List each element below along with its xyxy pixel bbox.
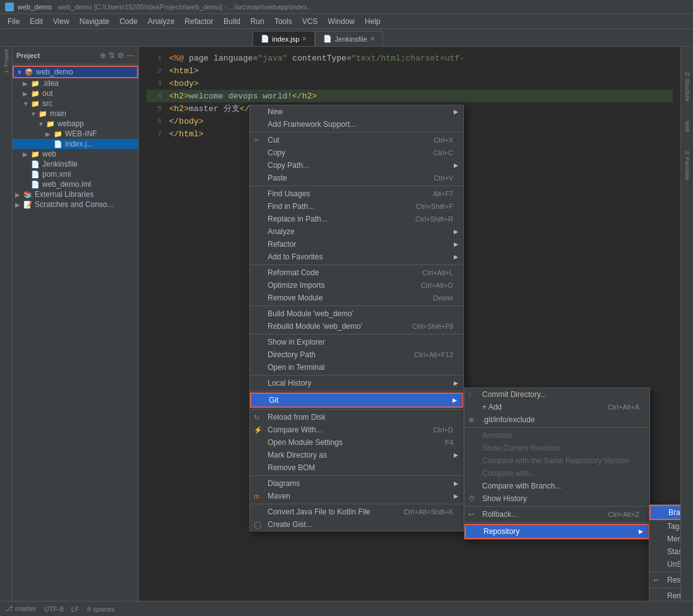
ctx-refactor[interactable]: Refactor (250, 238, 463, 251)
tree-item-web[interactable]: ▶ 📁 web (13, 149, 138, 159)
ctx-copy-path[interactable]: Copy Path... (250, 159, 463, 172)
web-strip-label[interactable]: Web (684, 121, 690, 132)
structure-strip-label[interactable]: Z: Structure (684, 72, 690, 102)
tree-item-webinf[interactable]: ▶ 📁 WEB-INF (13, 129, 138, 139)
ctx-cut[interactable]: ✂ CutCtrl+X (250, 134, 463, 146)
tree-item-src[interactable]: ▼ 📁 src (13, 98, 138, 109)
ctx-build-module[interactable]: Build Module 'web_demo' (250, 307, 463, 320)
tree-item-webapp[interactable]: ▼ 📁 webapp (13, 119, 138, 129)
tree-item-main[interactable]: ▼ 📁 main (13, 109, 138, 119)
ctx-create-gist[interactable]: ◯ Create Gist... (250, 518, 463, 531)
tree-item-jenkinsfile[interactable]: 📄 Jenkinsfile (13, 159, 138, 169)
menu-help[interactable]: Help (360, 16, 386, 27)
gear-icon[interactable]: ⚙ (117, 51, 124, 60)
project-tree: ▼ 📦 web_demo ▶ 📁 .idea ▶ 📁 out ▼ (13, 64, 138, 601)
gitinfo-icon: ⊕ (468, 416, 474, 424)
ctx-dir-path[interactable]: Directory PathCtrl+Alt+F12 (250, 348, 463, 361)
ctx-remove-bom[interactable]: Remove BOM (250, 461, 463, 474)
ctx-local-history[interactable]: Local History (250, 377, 463, 389)
expand-icon[interactable]: ⇅ (109, 51, 115, 60)
bottom-encoding[interactable]: UTF-8 (44, 605, 64, 613)
tab-jenkinsfile[interactable]: 📄 Jenkinsfile ✕ (315, 31, 382, 46)
menu-build[interactable]: Build (218, 16, 246, 27)
menu-edit[interactable]: Edit (25, 16, 48, 27)
ctx-add-framework[interactable]: Add Framework Support... (250, 118, 463, 131)
tree-item-scratches[interactable]: ▶ 📝 Scratches and Conso... (13, 199, 138, 210)
ctx-optimize[interactable]: Optimize ImportsCtrl+Alt+O (250, 279, 463, 292)
menu-tools[interactable]: Tools (270, 16, 297, 27)
ctx-reformat[interactable]: Reformat CodeCtrl+Alt+L (250, 266, 463, 279)
repo-merge[interactable]: Merge Changes... (649, 533, 680, 545)
tree-item-index-jsp[interactable]: 📄 index.j... (13, 139, 138, 149)
git-repository[interactable]: Repository (465, 524, 649, 539)
git-show-history[interactable]: ⏱ Show History (465, 492, 649, 505)
close-tab-index[interactable]: ✕ (302, 35, 307, 42)
ctx-find-usages[interactable]: Find UsagesAlt+F7 (250, 187, 463, 200)
tree-item-ext-lib[interactable]: ▶ 📚 External Libraries (13, 189, 138, 199)
cut-icon: ✂ (254, 136, 259, 145)
ctx-new[interactable]: New (250, 105, 463, 118)
ctx-remove-module[interactable]: Remove ModuleDelete (250, 292, 463, 304)
menu-run[interactable]: Run (246, 16, 270, 27)
tree-label-iml: web_demo.iml (42, 180, 91, 189)
git-add[interactable]: + AddCtrl+Alt+A (465, 401, 649, 413)
ctx-show-explorer[interactable]: Show in Explorer (250, 336, 463, 348)
ctx-sep-6 (250, 375, 463, 376)
tree-item-idea[interactable]: ▶ 📁 .idea (13, 78, 138, 88)
ctx-sep-9 (250, 475, 463, 476)
tree-item-web-demo[interactable]: ▼ 📦 web_demo (13, 66, 138, 78)
tree-label-scratches: Scratches and Conso... (35, 200, 114, 209)
tree-item-iml[interactable]: 📄 web_demo.iml (13, 179, 138, 189)
locate-icon[interactable]: ⊕ (100, 51, 106, 60)
ctx-mark-dir[interactable]: Mark Directory as (250, 449, 463, 461)
git-rollback[interactable]: ↩ Rollback...Ctrl+Alt+Z (465, 508, 649, 521)
close-panel-icon[interactable]: — (127, 51, 134, 60)
git-annotate: Annotate (465, 429, 649, 442)
close-tab-jenkins[interactable]: ✕ (370, 35, 375, 42)
menu-view[interactable]: View (48, 16, 74, 27)
menu-refactor[interactable]: Refactor (180, 16, 218, 27)
repo-branches[interactable]: Branches...Ctrl+Shift+` (649, 505, 680, 520)
tree-label-src: src (42, 99, 52, 108)
repo-remotes[interactable]: Remotes... (649, 589, 680, 601)
ctx-diagrams[interactable]: Diagrams (250, 477, 463, 490)
ctx-maven[interactable]: m Maven (250, 490, 463, 502)
menu-vcs[interactable]: VCS (297, 16, 323, 27)
favorites-strip-label[interactable]: 2: Favorites (684, 151, 690, 181)
rollback-icon: ↩ (468, 511, 474, 519)
tree-label-web: web (42, 150, 56, 158)
menu-code[interactable]: Code (114, 16, 143, 27)
menu-file[interactable]: File (3, 16, 25, 27)
menu-analyze[interactable]: Analyze (143, 16, 180, 27)
tree-item-out[interactable]: ▶ 📁 out (13, 88, 138, 98)
git-gitinfo[interactable]: ⊕ .git/info/exclude (465, 413, 649, 426)
project-strip-label[interactable]: 1: Project (3, 49, 9, 73)
ctx-copy[interactable]: CopyCtrl+C (250, 146, 463, 159)
ctx-module-settings[interactable]: Open Module SettingsF4 (250, 436, 463, 449)
tree-label-out: out (42, 89, 53, 98)
ctx-rebuild-module[interactable]: Rebuild Module 'web_demo'Ctrl+Shift+F9 (250, 320, 463, 333)
bottom-line-ending[interactable]: LF (71, 605, 80, 613)
git-commit-dir[interactable]: ↑ Commit Directory... (465, 388, 649, 401)
tree-item-pom[interactable]: 📄 pom.xml (13, 169, 138, 179)
tree-label-pom: pom.xml (42, 170, 71, 179)
menu-window[interactable]: Window (323, 16, 360, 27)
ctx-open-terminal[interactable]: Open in Terminal (250, 361, 463, 374)
ctx-convert-kotlin[interactable]: Convert Java File to Kotlin FileCtrl+Alt… (250, 506, 463, 518)
ctx-git[interactable]: Git (250, 393, 463, 408)
repo-tag[interactable]: Tag... (649, 520, 680, 533)
ctx-analyze[interactable]: Analyze (250, 225, 463, 238)
ctx-reload[interactable]: ↻ Reload from Disk (250, 411, 463, 424)
tab-index-jsp[interactable]: 📄 index.jsp ✕ (252, 31, 315, 46)
editor-line-3: 3 <body> (146, 77, 673, 90)
git-compare-branch[interactable]: Compare with Branch... (465, 480, 649, 492)
ctx-find-path[interactable]: Find in Path...Ctrl+Shift+F (250, 200, 463, 213)
repo-stash[interactable]: Stash Changes... (649, 545, 680, 558)
ctx-compare[interactable]: ⚡ Compare With...Ctrl+D (250, 424, 463, 436)
repo-unstash[interactable]: UnStash Changes... (649, 558, 680, 571)
repo-reset-head[interactable]: ↩ Reset HEAD... (649, 574, 680, 586)
ctx-replace-path[interactable]: Replace in Path...Ctrl+Shift+R (250, 213, 463, 225)
ctx-paste[interactable]: PasteCtrl+V (250, 172, 463, 184)
menu-navigate[interactable]: Navigate (74, 16, 114, 27)
ctx-add-favorites[interactable]: Add to Favorites (250, 251, 463, 263)
